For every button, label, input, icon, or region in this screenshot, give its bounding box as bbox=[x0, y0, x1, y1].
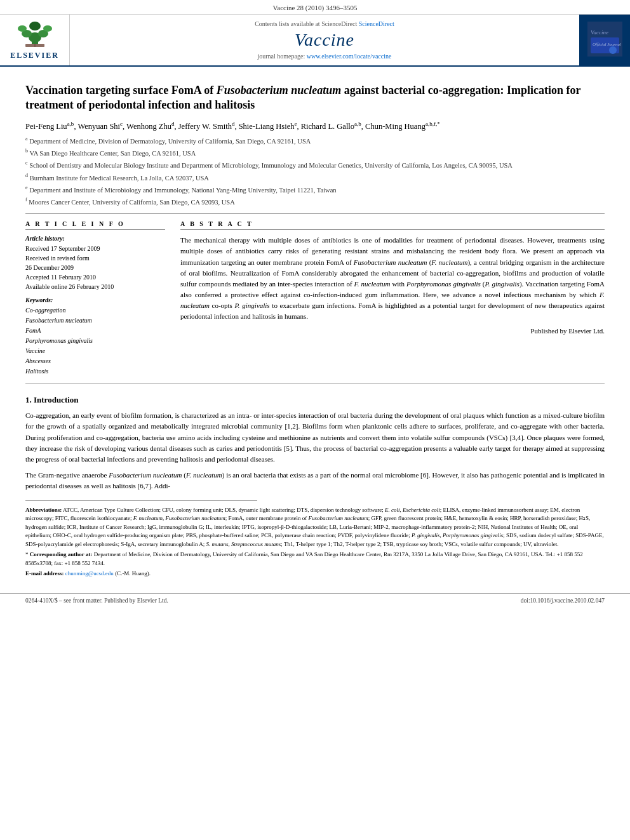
header-divider bbox=[25, 213, 605, 214]
svg-point-6 bbox=[29, 22, 41, 30]
vaccine-logo-label: Vaccine Official Journal bbox=[587, 22, 622, 58]
journal-homepage: journal homepage: www.elsevier.com/locat… bbox=[258, 53, 392, 60]
keywords-title: Keywords: bbox=[25, 297, 165, 303]
footnote-divider bbox=[25, 500, 257, 501]
published-by: Published by Elsevier Ltd. bbox=[180, 327, 605, 335]
two-column-section: A R T I C L E I N F O Article history: R… bbox=[25, 220, 605, 377]
svg-text:Official Journal: Official Journal bbox=[593, 42, 621, 47]
journal-name: Vaccine bbox=[295, 30, 354, 50]
email-footnote: E-mail address: chunming@ucsd.edu (C.-M.… bbox=[25, 570, 605, 578]
sciencedirect-bar: Contents lists available at ScienceDirec… bbox=[255, 20, 394, 27]
affiliation-c: c School of Dentistry and Molecular Biol… bbox=[25, 159, 605, 170]
abstract-text: The mechanical therapy with multiple dos… bbox=[180, 235, 605, 321]
body-divider bbox=[25, 383, 605, 383]
intro-section-title: 1. Introduction bbox=[25, 395, 605, 405]
email-author: (C.-M. Huang). bbox=[115, 570, 151, 577]
footnotes-section: Abbreviations: ATCC, American Type Cultu… bbox=[25, 506, 605, 578]
journal-header: ELSEVIER Contents lists available at Sci… bbox=[0, 15, 630, 67]
keyword-1: Co-aggregation bbox=[25, 305, 165, 316]
affiliation-f: f Moores Cancer Center, University of Ca… bbox=[25, 196, 605, 207]
elsevier-logo: ELSEVIER bbox=[0, 15, 70, 65]
vaccine-logo-right: Vaccine Official Journal bbox=[579, 15, 630, 65]
abstract-heading: A B S T R A C T bbox=[180, 220, 605, 230]
keywords-list: Co-aggregation Fusobacterium nucleatum F… bbox=[25, 305, 165, 377]
svg-point-5 bbox=[43, 25, 52, 32]
affiliation-a: a Department of Medicine, Division of De… bbox=[25, 135, 605, 146]
sciencedirect-link[interactable]: ScienceDirect bbox=[359, 20, 394, 27]
email-label: E-mail address: bbox=[25, 570, 64, 577]
star-symbol: * bbox=[25, 551, 30, 557]
title-italic: Fusobacterium nucleatum bbox=[217, 84, 342, 97]
corresponding-footnote: * Corresponding author at: Department of… bbox=[25, 550, 605, 568]
abbreviations-footnote: Abbreviations: ATCC, American Type Cultu… bbox=[25, 506, 605, 549]
doi-text: doi:10.1016/j.vaccine.2010.02.047 bbox=[521, 597, 605, 604]
affiliation-d: d Burnham Institute for Medical Research… bbox=[25, 172, 605, 183]
page: Vaccine 28 (2010) 3496–3505 ELSEVIER bbox=[0, 0, 630, 840]
bottom-bar: 0264-410X/$ – see front matter. Publishe… bbox=[0, 593, 630, 608]
article-title: Vaccination targeting surface FomA of Fu… bbox=[25, 83, 605, 113]
intro-paragraph-2: The Gram-negative anaerobe Fusobacterium… bbox=[25, 470, 605, 491]
abstract-column: A B S T R A C T The mechanical therapy w… bbox=[180, 220, 605, 377]
elsevier-wordmark: ELSEVIER bbox=[10, 51, 59, 60]
svg-text:Vaccine: Vaccine bbox=[591, 29, 608, 36]
keyword-6: Abscesses bbox=[25, 356, 165, 366]
abstract-body: The mechanical therapy with multiple dos… bbox=[180, 236, 605, 319]
homepage-link[interactable]: www.elsevier.com/locate/vaccine bbox=[307, 53, 392, 60]
vaccine-cover-icon: Vaccine Official Journal bbox=[587, 22, 622, 57]
svg-point-4 bbox=[18, 25, 27, 32]
journal-center: Contents lists available at ScienceDirec… bbox=[70, 15, 579, 65]
keyword-5: Vaccine bbox=[25, 346, 165, 356]
keyword-7: Halitosis bbox=[25, 366, 165, 377]
article-info-heading: A R T I C L E I N F O bbox=[25, 220, 165, 230]
authors-text: Pei-Feng Liua,b, Wenyuan Shic, Wenhong Z… bbox=[25, 122, 440, 131]
authors-line: Pei-Feng Liua,b, Wenyuan Shic, Wenhong Z… bbox=[25, 121, 605, 131]
history-title: Article history: bbox=[25, 235, 165, 242]
title-part1: Vaccination targeting surface FomA of bbox=[25, 84, 217, 97]
email-address[interactable]: chunming@ucsd.edu bbox=[65, 570, 114, 577]
top-bar: Vaccine 28 (2010) 3496–3505 bbox=[0, 0, 630, 15]
elsevier-tree-icon bbox=[13, 20, 57, 48]
received-date: Received 17 September 2009 Received in r… bbox=[25, 244, 165, 291]
intro-paragraph-1: Co-aggregation, an early event of biofil… bbox=[25, 410, 605, 464]
keyword-3: FomA bbox=[25, 326, 165, 336]
abbrev-label: Abbreviations: bbox=[25, 507, 62, 513]
introduction-section: 1. Introduction Co-aggregation, an early… bbox=[25, 395, 605, 491]
journal-volume: Vaccine 28 (2010) 3496–3505 bbox=[273, 4, 358, 11]
keyword-2: Fusobacterium nucleatum bbox=[25, 316, 165, 326]
abbrev-text: ATCC, American Type Culture Collection; … bbox=[25, 507, 604, 547]
affiliation-b: b VA San Diego Healthcare Center, San Di… bbox=[25, 147, 605, 158]
main-content: Vaccination targeting surface FomA of Fu… bbox=[0, 67, 630, 587]
affiliations: a Department of Medicine, Division of De… bbox=[25, 135, 605, 208]
keyword-4: Porphyromonas gingivalis bbox=[25, 336, 165, 346]
svg-point-13 bbox=[609, 46, 617, 54]
affiliation-e: e Department and Institute of Microbiolo… bbox=[25, 184, 605, 195]
article-info-column: A R T I C L E I N F O Article history: R… bbox=[25, 220, 165, 377]
issn-text: 0264-410X/$ – see front matter. Publishe… bbox=[25, 597, 168, 604]
